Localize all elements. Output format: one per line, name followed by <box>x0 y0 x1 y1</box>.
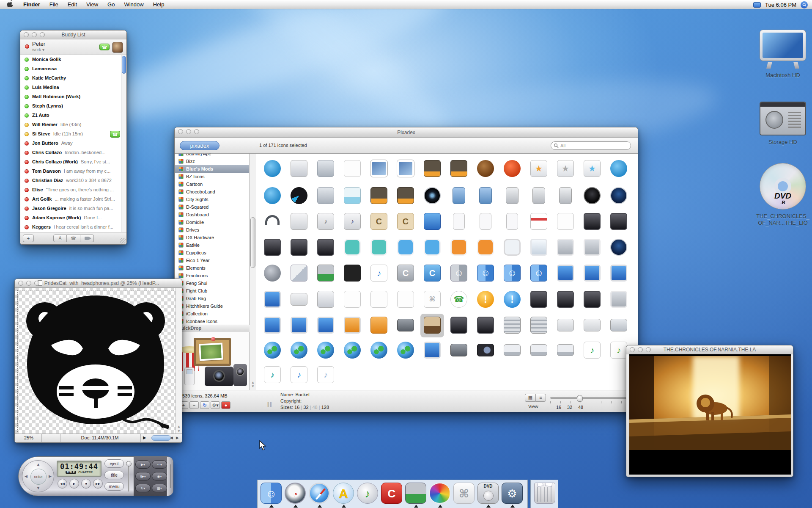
grid-icon-box[interactable] <box>287 157 311 181</box>
grid-icon-box[interactable] <box>500 154 524 155</box>
grid-icon-laptop[interactable] <box>500 339 524 362</box>
video-chat-button[interactable] <box>80 235 94 242</box>
dock-item-finder[interactable]: ☺ <box>261 483 282 504</box>
my-group-selector[interactable]: work ▾ <box>32 47 44 52</box>
grid-icon-mon-b[interactable] <box>420 339 444 362</box>
dock-item-itunes[interactable]: ♪ <box>357 483 378 504</box>
grid-icon-note-t[interactable]: ♪ <box>261 363 284 387</box>
grid-icon-globe[interactable] <box>261 339 284 362</box>
grid-icon-drive-w[interactable] <box>554 314 577 337</box>
buddy-row[interactable]: Si SteveIdle (11h 15m)☎ <box>20 130 122 139</box>
grid-icon-white[interactable] <box>340 288 364 312</box>
grid-icon-imac-t[interactable] <box>340 236 364 260</box>
scroll-arrows[interactable]: ▲▼ <box>250 381 255 388</box>
loop-button[interactable]: ↻▾ <box>135 484 151 492</box>
dock-item-dvdplayer[interactable]: DVD <box>477 483 499 504</box>
search-input[interactable]: All <box>551 141 631 150</box>
grid-icon-mon-d[interactable] <box>287 236 311 260</box>
grid-icon-mon-b[interactable] <box>261 288 284 312</box>
play-button[interactable]: ▶ <box>69 479 79 489</box>
grid-icon-mon-d[interactable] <box>554 288 577 312</box>
size-option[interactable]: 16 <box>294 405 299 410</box>
size-option[interactable]: 128 <box>321 405 329 410</box>
vertical-scrollbar[interactable]: ▲ ▼ <box>176 288 181 434</box>
grid-icon-truck-g[interactable] <box>314 262 337 285</box>
grid-icon-speaker[interactable] <box>287 210 311 234</box>
sidebar-item-egypticus[interactable]: Egypticus <box>175 249 250 257</box>
buddy-row[interactable]: Z1 Auto <box>20 111 122 120</box>
grid-icon-mon-s[interactable] <box>580 236 604 260</box>
grid-icon-folderS[interactable] <box>314 157 337 181</box>
quicktime-titlebar[interactable]: THE.CHRONICLES.OF.NARNIA.THE.LÄ <box>626 345 793 354</box>
dock-item-aim[interactable]: A <box>333 483 354 504</box>
buddy-row[interactable]: Will RiemerIdle (43m) <box>20 120 122 130</box>
grid-icon-macpro-s[interactable] <box>554 184 577 208</box>
grid-icon-film-g[interactable]: ★ <box>554 157 577 181</box>
grid-icon-dev-b[interactable] <box>420 210 444 234</box>
grid-icon-mon-b[interactable] <box>314 314 337 337</box>
photoshop-canvas[interactable] <box>15 288 176 434</box>
close-button[interactable] <box>18 281 23 286</box>
sidebar-item-grab-bag[interactable]: Grab Bag <box>175 295 250 302</box>
grid-icon-gauge-b[interactable] <box>607 184 631 208</box>
grid-icon-drive-w[interactable] <box>287 288 311 312</box>
horizontal-scroll-thumb[interactable] <box>151 435 171 441</box>
grid-icon-imac-o[interactable] <box>474 236 497 260</box>
grid-icon-white-a[interactable]: ⌘ <box>420 288 444 312</box>
buddy-row[interactable]: Keggersi hear cereal isn't a dinner f... <box>20 223 122 232</box>
grid-icon-globe-o[interactable] <box>340 339 364 362</box>
buddy-row[interactable]: Chris Collazolondon..beckoned... <box>20 148 122 157</box>
grid-icon-mon-s[interactable] <box>554 236 577 260</box>
minimize-button[interactable] <box>186 129 191 134</box>
dock-item-applebox[interactable]: ⌘ <box>453 483 475 504</box>
scroll-thumb[interactable] <box>122 56 126 74</box>
grid-icon-photo[interactable] <box>367 157 391 181</box>
dpad-up-icon[interactable]: ▲ <box>36 462 40 467</box>
grid-icon-ipod[interactable] <box>474 210 497 234</box>
sidebar-item-iconbase-icons[interactable]: Iconbase Icons <box>175 318 250 325</box>
grid-icon-film-b[interactable]: ★ <box>580 154 604 155</box>
volume-knob[interactable] <box>126 461 132 467</box>
scroll-down-arrow[interactable]: ▼ <box>177 429 181 433</box>
grid-icon-finder-b[interactable]: ☺ <box>500 262 524 285</box>
previous-button[interactable]: ◀◀ <box>58 479 67 489</box>
grid-icon-mon-d[interactable] <box>261 236 284 260</box>
step-button[interactable]: ▶▾ <box>135 460 151 469</box>
sidebar-item-drives[interactable]: Drives <box>175 226 250 234</box>
dpad-right-icon[interactable]: ▶ <box>49 474 52 478</box>
stop-button[interactable]: ■ <box>81 479 91 489</box>
grid-icon-mon-s[interactable] <box>607 288 631 312</box>
desktop-icon-macintosh-hd[interactable]: Macintosh HD <box>755 30 810 79</box>
grid-icon-mon-d[interactable] <box>447 314 471 337</box>
grid-icon-folderD[interactable] <box>420 154 444 155</box>
grid-icon-note-b[interactable]: ♪ <box>367 262 391 285</box>
grid-icon-laptop[interactable] <box>554 339 577 362</box>
controller-grip[interactable] <box>167 457 173 496</box>
menu-clock[interactable]: Tue 6:06 PM <box>765 2 796 8</box>
grid-icon-ipod[interactable] <box>447 210 471 234</box>
zoom-button[interactable] <box>646 347 651 352</box>
grid-icon-finder-b[interactable]: ☺ <box>474 262 497 285</box>
menu-button[interactable]: menu <box>104 482 124 491</box>
scroll-right-arrow[interactable]: ▶ <box>176 436 179 440</box>
grid-icon-drive-a[interactable] <box>607 314 631 337</box>
grid-icon-mon-d[interactable] <box>580 210 604 234</box>
minimize-button[interactable] <box>32 32 37 37</box>
grid-icon-folderA[interactable] <box>340 184 364 208</box>
grid-icon-white[interactable] <box>367 288 391 312</box>
size-option[interactable]: 48 <box>313 405 318 410</box>
sidebar-item-fight-club[interactable]: Fight Club <box>175 287 250 295</box>
menu-file[interactable]: File <box>45 0 63 9</box>
grid-icon-mon-d[interactable] <box>527 288 551 312</box>
grid-icon-box[interactable] <box>607 154 631 155</box>
grid-view-button[interactable]: ▦ <box>525 394 535 402</box>
grid-icon-mon-o[interactable] <box>340 314 364 337</box>
grid-icon-white[interactable] <box>554 210 577 234</box>
grid-icon-macpro-b[interactable] <box>447 184 471 208</box>
remove-button[interactable]: − <box>189 401 199 409</box>
grid-icon-drive-d[interactable] <box>447 339 471 362</box>
sidebar-item-bz-icons[interactable]: BZ Icons <box>175 173 250 180</box>
grid-icon-finder-b[interactable]: ☺ <box>527 262 551 285</box>
sidebar-item-blue-s-mods[interactable]: Blue's Mods <box>175 165 250 173</box>
sidebar-item-eico-1-year[interactable]: Eico 1 Year <box>175 257 250 264</box>
